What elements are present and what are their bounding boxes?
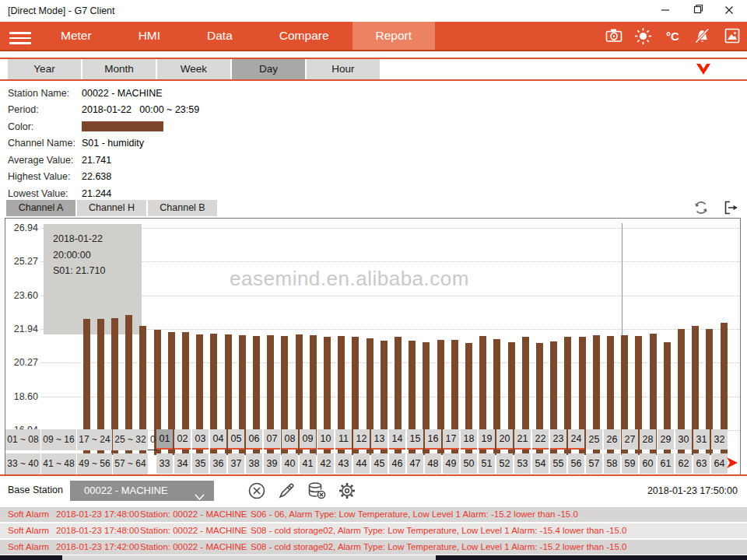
x-number-button[interactable]: 39 [264, 453, 280, 474]
x-number-button[interactable]: 03 [192, 429, 209, 450]
x-number-button[interactable]: 54 [532, 453, 549, 474]
database-remove-icon[interactable] [307, 481, 327, 500]
x-number-button[interactable]: 47 [407, 453, 423, 474]
x-number-button[interactable]: 43 [335, 453, 352, 474]
alarm-mute-icon[interactable] [693, 27, 711, 45]
x-number-button[interactable]: 64 [711, 453, 728, 474]
x-number-button[interactable]: 08 [282, 429, 298, 450]
x-number-button[interactable]: 21 [514, 429, 531, 450]
menu-item-compare[interactable]: Compare [256, 22, 352, 50]
x-number-button[interactable]: 51 [479, 453, 495, 474]
x-number-button[interactable]: 40 [282, 453, 298, 474]
base-station-dropdown[interactable]: 00022 - MACHINE [70, 481, 214, 501]
x-number-button[interactable]: 50 [461, 453, 477, 474]
tab-week[interactable]: Week [157, 59, 230, 79]
x-number-button[interactable]: 52 [496, 453, 513, 474]
x-number-button[interactable]: 09 [300, 429, 316, 450]
tab-hour[interactable]: Hour [307, 59, 380, 79]
x-number-button[interactable]: 02 [174, 429, 191, 450]
x-group-button[interactable]: 49 ~ 56 [77, 453, 112, 474]
x-number-button[interactable]: 33 [156, 453, 173, 474]
x-number-button[interactable]: 17 [443, 429, 459, 450]
cancel-circle-icon[interactable] [247, 481, 266, 500]
x-number-button[interactable]: 49 [443, 453, 459, 474]
x-number-button[interactable]: 23 [550, 429, 566, 450]
x-number-button[interactable]: 56 [568, 453, 584, 474]
x-number-button[interactable]: 30 [675, 429, 692, 450]
scrollbar-thumb[interactable] [62, 555, 436, 560]
x-number-button[interactable]: 45 [371, 453, 388, 474]
x-number-button[interactable]: 32 [711, 429, 728, 450]
x-number-button[interactable]: 44 [353, 453, 370, 474]
x-number-button[interactable]: 61 [658, 453, 674, 474]
camera-icon[interactable] [605, 27, 622, 45]
x-number-button[interactable]: 37 [228, 453, 244, 474]
x-group-button[interactable]: 09 ~ 16 [41, 429, 76, 450]
x-number-button[interactable]: 24 [568, 429, 584, 450]
x-number-button[interactable]: 26 [604, 429, 620, 450]
settings-gear-icon[interactable] [338, 481, 356, 500]
x-number-button[interactable]: 60 [640, 453, 656, 474]
x-number-button[interactable]: 14 [389, 429, 405, 450]
refresh-icon[interactable] [693, 199, 710, 216]
x-group-button[interactable]: 01 ~ 08 [5, 429, 40, 450]
horizontal-scrollbar[interactable] [0, 555, 747, 560]
x-number-button[interactable]: 55 [550, 453, 566, 474]
x-number-button[interactable]: 58 [604, 453, 620, 474]
x-number-button[interactable]: 25 [586, 429, 602, 450]
tab-channel-h[interactable]: Channel H [77, 200, 146, 216]
scroll-right-arrow-icon[interactable] [726, 457, 738, 472]
x-number-button[interactable]: 38 [246, 453, 262, 474]
x-number-button[interactable]: 31 [693, 429, 710, 450]
brightness-icon[interactable] [634, 27, 652, 45]
x-number-button[interactable]: 46 [389, 453, 405, 474]
x-number-button[interactable]: 10 [317, 429, 334, 450]
celsius-icon[interactable]: °C [664, 27, 682, 45]
x-number-button[interactable]: 29 [658, 429, 674, 450]
image-box-icon[interactable] [723, 27, 741, 45]
x-group-button[interactable]: 41 ~ 48 [41, 453, 76, 474]
x-number-button[interactable]: 16 [425, 429, 441, 450]
x-number-button[interactable]: 18 [461, 429, 477, 450]
menu-item-meter[interactable]: Meter [37, 22, 115, 50]
close-button[interactable] [717, 0, 741, 22]
menu-item-report[interactable]: Report [352, 22, 436, 50]
x-number-button[interactable]: 01 [156, 429, 173, 450]
x-number-button[interactable]: 13 [371, 429, 388, 450]
x-number-button[interactable]: 11 [335, 429, 352, 450]
export-icon[interactable] [722, 199, 739, 216]
x-number-button[interactable]: 63 [693, 453, 710, 474]
x-number-button[interactable]: 07 [264, 429, 280, 450]
expand-chevron-down-icon[interactable] [696, 64, 711, 79]
x-number-button[interactable]: 41 [300, 453, 316, 474]
menu-item-hmi[interactable]: HMI [115, 22, 184, 50]
tab-day[interactable]: Day [232, 59, 305, 79]
x-number-button[interactable]: 12 [353, 429, 370, 450]
x-number-button[interactable]: 59 [622, 453, 638, 474]
tab-year[interactable]: Year [8, 59, 81, 79]
x-group-button[interactable]: 33 ~ 40 [5, 453, 40, 474]
x-number-button[interactable]: 15 [407, 429, 423, 450]
x-number-button[interactable]: 05 [228, 429, 244, 450]
x-group-button[interactable]: 25 ~ 32 [113, 429, 148, 450]
tab-channel-a[interactable]: Channel A [6, 200, 75, 216]
x-number-button[interactable]: 48 [425, 453, 441, 474]
x-number-button[interactable]: 57 [586, 453, 602, 474]
x-number-button[interactable]: 53 [514, 453, 531, 474]
x-number-button[interactable]: 42 [317, 453, 334, 474]
x-group-button[interactable]: 17 ~ 24 [77, 429, 112, 450]
x-number-button[interactable]: 19 [479, 429, 495, 450]
x-number-button[interactable]: 27 [622, 429, 638, 450]
tab-channel-b[interactable]: Channel B [148, 200, 217, 216]
restore-button[interactable] [686, 0, 710, 22]
menu-item-data[interactable]: Data [184, 22, 256, 50]
x-number-button[interactable]: 28 [640, 429, 656, 450]
x-number-button[interactable]: 22 [532, 429, 549, 450]
hamburger-menu-icon[interactable] [9, 29, 31, 43]
x-number-button[interactable]: 35 [192, 453, 209, 474]
x-number-button[interactable]: 36 [210, 453, 226, 474]
minimize-button[interactable] [654, 0, 677, 22]
edit-pencil-icon[interactable] [277, 481, 296, 500]
x-number-button[interactable]: 62 [675, 453, 692, 474]
x-number-button[interactable]: 34 [174, 453, 191, 474]
